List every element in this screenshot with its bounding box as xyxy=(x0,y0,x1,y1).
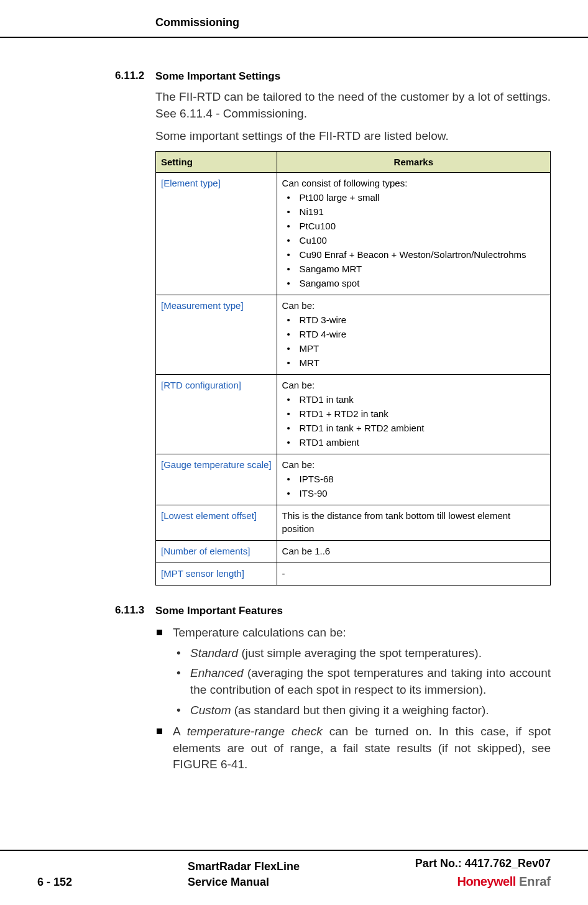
feature-text-pre: A xyxy=(173,725,187,738)
feature-item: A temperature-range check can be turned … xyxy=(155,724,551,773)
intro-paragraph-2: Some important settings of the FII-RTD a… xyxy=(155,128,551,145)
subitem-em: Enhanced xyxy=(190,666,244,679)
remarks-cell: This is the distance from tank bottom ti… xyxy=(277,505,550,540)
remark-list: IPTS-68ITS-90 xyxy=(282,472,545,500)
feature-subitem: Standard (just simple averaging the spot… xyxy=(173,645,551,662)
remark-lead: Can be 1..6 xyxy=(282,544,545,558)
remarks-cell: Can be 1..6 xyxy=(277,540,550,563)
subitem-rest: (as standard but then giving it a weighi… xyxy=(231,704,489,717)
remark-item: Cu100 xyxy=(282,234,545,247)
remarks-cell: - xyxy=(277,563,550,585)
setting-name-cell: [Lowest element offset] xyxy=(156,505,277,540)
table-row: [MPT sensor length]- xyxy=(156,563,551,585)
setting-name-cell: [Measurement type] xyxy=(156,295,277,374)
setting-name-cell: [Element type] xyxy=(156,172,277,295)
remark-lead: Can be: xyxy=(282,299,545,312)
section-number: 6.11.2 xyxy=(115,68,144,83)
remark-item: RTD1 + RTD2 in tank xyxy=(282,407,545,420)
remark-lead: Can be: xyxy=(282,379,545,392)
doc-title-line2: Service Manual xyxy=(188,875,300,890)
remark-item: Cu90 Enraf + Beacon + Weston/Solartron/N… xyxy=(282,248,545,261)
feature-item: Temperature calculations can be: Standar… xyxy=(155,625,551,719)
setting-name-cell: [MPT sensor length] xyxy=(156,563,277,585)
remark-item: ITS-90 xyxy=(282,487,545,500)
setting-name-cell: [Number of elements] xyxy=(156,540,277,563)
feature-sublist: Standard (just simple averaging the spot… xyxy=(173,645,551,719)
remark-item: Ni191 xyxy=(282,205,545,218)
remarks-cell: Can be:RTD 3-wireRTD 4-wireMPTMRT xyxy=(277,295,550,374)
remark-item: PtCu100 xyxy=(282,219,545,232)
remark-list: Pt100 large + smallNi191PtCu100Cu100Cu90… xyxy=(282,191,545,290)
section-title: Some Important Settings xyxy=(155,70,280,82)
setting-name-cell: [Gauge temperature scale] xyxy=(156,454,277,505)
remark-item: Pt100 large + small xyxy=(282,191,545,204)
remark-item: IPTS-68 xyxy=(282,472,545,485)
setting-name-cell: [RTD configuration] xyxy=(156,374,277,454)
remark-item: RTD 3-wire xyxy=(282,313,545,326)
features-list: Temperature calculations can be: Standar… xyxy=(155,625,551,773)
page-header: Commissioning xyxy=(0,15,588,38)
remarks-cell: Can consist of following types:Pt100 lar… xyxy=(277,172,550,295)
remark-lead: Can consist of following types: xyxy=(282,177,545,190)
subitem-em: Standard xyxy=(190,646,238,659)
remark-item: MPT xyxy=(282,342,545,355)
remark-item: RTD1 in tank xyxy=(282,393,545,406)
table-row: [Element type]Can consist of following t… xyxy=(156,172,551,295)
feature-subitem: Enhanced (averaging the spot temperature… xyxy=(173,665,551,698)
remark-item: RTD1 in tank + RTD2 ambient xyxy=(282,421,545,434)
table-row: [RTD configuration]Can be:RTD1 in tankRT… xyxy=(156,374,551,454)
table-row: [Gauge temperature scale]Can be:IPTS-68I… xyxy=(156,454,551,505)
feature-subitem: Custom (as standard but then giving it a… xyxy=(173,702,551,719)
remarks-cell: Can be:RTD1 in tankRTD1 + RTD2 in tankRT… xyxy=(277,374,550,454)
remarks-cell: Can be:IPTS-68ITS-90 xyxy=(277,454,550,505)
section-number: 6.11.3 xyxy=(115,603,144,618)
remark-item: MRT xyxy=(282,356,545,369)
enraf-logo: Enraf xyxy=(519,875,551,888)
features-block: Temperature calculations can be: Standar… xyxy=(155,625,551,773)
footer-right: Part No.: 4417.762_Rev07 Honeywell Enraf xyxy=(415,856,551,890)
doc-title-line1: SmartRadar FlexLine xyxy=(188,859,300,875)
intro-paragraph-1: The FII-RTD can be tailored to the need … xyxy=(155,89,551,122)
remark-lead: This is the distance from tank bottom ti… xyxy=(282,509,545,535)
subitem-rest: (just simple averaging the spot temperat… xyxy=(238,646,482,659)
brand-logo: Honeywell Enraf xyxy=(415,873,551,890)
remark-list: RTD 3-wireRTD 4-wireMPTMRT xyxy=(282,313,545,369)
remark-item: Sangamo MRT xyxy=(282,262,545,275)
table-row: [Number of elements]Can be 1..6 xyxy=(156,540,551,563)
col-remarks: Remarks xyxy=(277,151,550,172)
part-number: Part No.: 4417.762_Rev07 xyxy=(415,856,551,871)
header-title: Commissioning xyxy=(155,16,239,29)
page-content: 6.11.2 Some Important Settings The FII-R… xyxy=(0,68,588,778)
page-footer: 6 - 152 SmartRadar FlexLine Service Manu… xyxy=(0,850,588,890)
table-header-row: Setting Remarks xyxy=(156,151,551,172)
remark-list: RTD1 in tankRTD1 + RTD2 in tankRTD1 in t… xyxy=(282,393,545,449)
table-row: [Measurement type]Can be:RTD 3-wireRTD 4… xyxy=(156,295,551,374)
remark-lead: Can be: xyxy=(282,458,545,471)
section-title: Some Important Features xyxy=(155,605,283,617)
remark-item: RTD 4-wire xyxy=(282,328,545,341)
section-6-11-3-header: 6.11.3 Some Important Features xyxy=(155,603,551,618)
subitem-em: Custom xyxy=(190,704,231,717)
subitem-rest: (averaging the spot temperatures and tak… xyxy=(190,666,551,696)
settings-table: Setting Remarks [Element type]Can consis… xyxy=(155,151,551,586)
remark-item: Sangamo spot xyxy=(282,277,545,290)
honeywell-logo: Honeywell xyxy=(457,875,515,888)
page-number: 6 - 152 xyxy=(37,875,72,890)
feature-text-em: temperature-range check xyxy=(187,725,323,738)
remark-lead: - xyxy=(282,567,545,580)
feature-text: Temperature calculations can be: xyxy=(173,626,346,639)
doc-title: SmartRadar FlexLine Service Manual xyxy=(188,859,300,890)
remark-item: RTD1 ambient xyxy=(282,436,545,449)
col-setting: Setting xyxy=(156,151,277,172)
section-6-11-2-header: 6.11.2 Some Important Settings xyxy=(155,68,551,84)
table-row: [Lowest element offset]This is the dista… xyxy=(156,505,551,540)
